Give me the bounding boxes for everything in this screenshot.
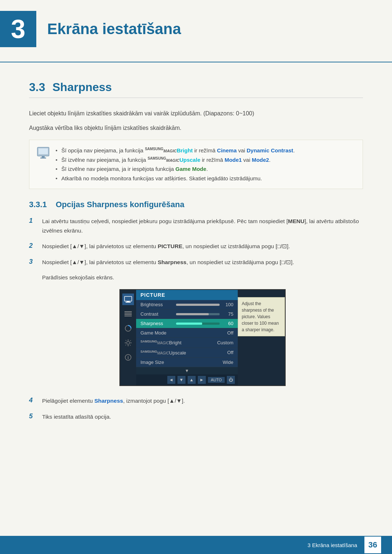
menu-row-gamemode-label: Game Mode: [140, 330, 227, 336]
step-number-2: 2: [29, 242, 42, 250]
menu-nav-bar: ◄ ▼ ▲ ► AUTO ⏻: [136, 374, 238, 385]
svg-rect-7: [124, 311, 132, 312]
tooltip-text: Adjust the sharpness of the picture. Val…: [242, 301, 279, 332]
sharpness-bar-fill: [176, 323, 202, 325]
magicupscale-value: Off: [227, 350, 233, 355]
footer-page-number: 36: [364, 537, 381, 553]
step-list-2: 4 Pielāgojiet elementu Sharpness, izmant…: [29, 396, 363, 421]
menu-icon-lines: [122, 308, 134, 320]
nav-btn-up[interactable]: ▲: [188, 376, 196, 384]
step-item-1: 1 Lai atvērtu taustiņu ceļvedi, nospiedi…: [29, 217, 363, 235]
menu-row-brightness-label: Brightness: [140, 302, 176, 307]
nav-btn-power[interactable]: ⏻: [227, 376, 235, 384]
menu-row-sharpness-label: Sharpness: [140, 321, 176, 326]
step-text-3: Nospiediet [▲/▼], lai pārvietotos uz ele…: [42, 258, 363, 267]
screenshot-box: i PICTURE Brightness 100: [119, 289, 286, 386]
menu-row-contrast-label: Contrast: [140, 311, 176, 317]
step-item-2: 2 Nospiediet [▲/▼], lai pārvietotos uz e…: [29, 242, 363, 251]
imagesize-value: Wide: [222, 360, 233, 365]
scroll-indicator: ▼: [136, 367, 238, 374]
svg-rect-3: [40, 157, 46, 159]
note-item-3: Šī izvēlne nav pieejama, ja ir iespējota…: [56, 164, 295, 174]
contrast-bar-container: 75: [176, 311, 233, 317]
chapter-number-block: 3: [0, 11, 36, 47]
svg-rect-1: [38, 148, 48, 154]
svg-rect-8: [124, 313, 132, 313]
magicbright-value: Custom: [217, 340, 233, 345]
svg-text:i: i: [127, 355, 128, 360]
svg-rect-4: [124, 296, 132, 301]
step-number-1: 1: [29, 217, 42, 225]
screenshot-container: i PICTURE Brightness 100: [42, 289, 363, 386]
brightness-bar-fill: [176, 304, 220, 306]
step-number-4: 4: [29, 396, 42, 404]
chapter-divider: [0, 62, 392, 62]
footer-text: 3 Ekrāna iestatīšana: [307, 542, 357, 548]
contrast-bar: [176, 313, 220, 315]
svg-rect-5: [127, 301, 130, 302]
tooltip-box: Adjust the sharpness of the picture. Val…: [238, 297, 285, 336]
note-item-2: Šī izvēlne nav pieejama, ja funkcija SAM…: [56, 155, 295, 165]
menu-sidebar: i: [120, 290, 136, 385]
section-number: 3.3: [29, 81, 45, 94]
menu-panel: PICTURE Brightness 100 Contrast: [136, 290, 238, 385]
svg-rect-2: [42, 156, 45, 157]
note-list: Šī opcija nav pieejama, ja funkcija SAMS…: [56, 146, 295, 183]
menu-row-magicupscale: SAMSUNGMAGICUpscale Off: [136, 348, 238, 358]
page-footer: 3 Ekrāna iestatīšana 36: [0, 536, 392, 554]
menu-icon-display: [122, 294, 134, 305]
page-container: 3 Ekrāna iestatīšana 3.3Sharpness Liecie…: [0, 0, 392, 554]
menu-row-gamemode: Game Mode Off: [136, 328, 238, 338]
menu-row-sharpness: Sharpness 60: [136, 319, 238, 328]
subsection-title: Opcijas Sharpness konfigurēšana: [56, 200, 184, 209]
body-para-2: Augstāka vērtība liks objektu līnijām iz…: [29, 123, 363, 133]
menu-row-imagesize-label: Image Size: [140, 360, 222, 365]
step-text-2: Nospiediet [▲/▼], lai pārvietotos uz ele…: [42, 242, 363, 251]
subsection-number: 3.3.1: [29, 200, 47, 209]
menu-row-magicupscale-label: SAMSUNGMAGICUpscale: [140, 350, 227, 356]
svg-rect-9: [124, 314, 132, 315]
menu-row-magicbright: SAMSUNGMAGICBright Custom: [136, 338, 238, 348]
note-box: Šī opcija nav pieejama, ja funkcija SAMS…: [29, 140, 363, 189]
contrast-value: 75: [222, 311, 233, 317]
subsection-heading: 3.3.1 Opcijas Sharpness konfigurēšana: [29, 200, 363, 209]
sharpness-bar: [176, 323, 220, 325]
step-text-4: Pielāgojiet elementu Sharpness, izmantoj…: [42, 396, 363, 406]
svg-point-12: [127, 341, 130, 344]
chapter-header: 3 Ekrāna iestatīšana: [0, 0, 392, 54]
nav-btn-left[interactable]: ◄: [167, 376, 175, 384]
menu-row-brightness: Brightness 100: [136, 300, 238, 309]
section-title: Sharpness: [52, 81, 112, 94]
step-number-5: 5: [29, 412, 42, 420]
sharpness-value: 60: [222, 321, 233, 326]
menu-row-magicbright-label: SAMSUNGMAGICBright: [140, 340, 217, 345]
chapter-title: Ekrāna iestatīšana: [47, 20, 181, 38]
menu-icon-gear: [122, 337, 134, 349]
step-list: 1 Lai atvērtu taustiņu ceļvedi, nospiedi…: [29, 217, 363, 267]
contrast-bar-fill: [176, 313, 209, 315]
brightness-bar: [176, 304, 220, 306]
chapter-number: 3: [11, 16, 25, 42]
step-number-3: 3: [29, 258, 42, 266]
step-text-5: Tiks iestatīta atlasītā opcija.: [42, 412, 363, 422]
step-item-4: 4 Pielāgojiet elementu Sharpness, izmant…: [29, 396, 363, 406]
note-item-4: Atkarībā no modeļa monitora funkcijas va…: [56, 174, 295, 183]
step-text-1: Lai atvērtu taustiņu ceļvedi, nospiediet…: [42, 217, 363, 235]
content-area: 3.3Sharpness Lieciet objektu līnijām izs…: [0, 73, 392, 457]
nav-btn-right[interactable]: ►: [198, 376, 206, 384]
menu-icon-color: [122, 323, 134, 334]
brightness-bar-container: 100: [176, 302, 233, 307]
body-para-1: Lieciet objektu līnijām izskatīties skai…: [29, 109, 363, 118]
step-3-subtext: Parādīsies sekojošais ekrāns.: [42, 273, 363, 282]
nav-btn-auto[interactable]: AUTO: [208, 377, 225, 383]
nav-btn-down[interactable]: ▼: [177, 376, 185, 384]
note-item-1: Šī opcija nav pieejama, ja funkcija SAMS…: [56, 146, 295, 155]
svg-rect-10: [124, 316, 132, 316]
gamemode-value: Off: [227, 330, 233, 336]
brightness-value: 100: [222, 302, 233, 307]
svg-rect-6: [126, 302, 131, 303]
section-heading: 3.3Sharpness: [29, 81, 363, 98]
note-icon: [37, 147, 50, 160]
menu-icon-info: i: [122, 352, 134, 363]
menu-row-contrast: Contrast 75: [136, 309, 238, 319]
